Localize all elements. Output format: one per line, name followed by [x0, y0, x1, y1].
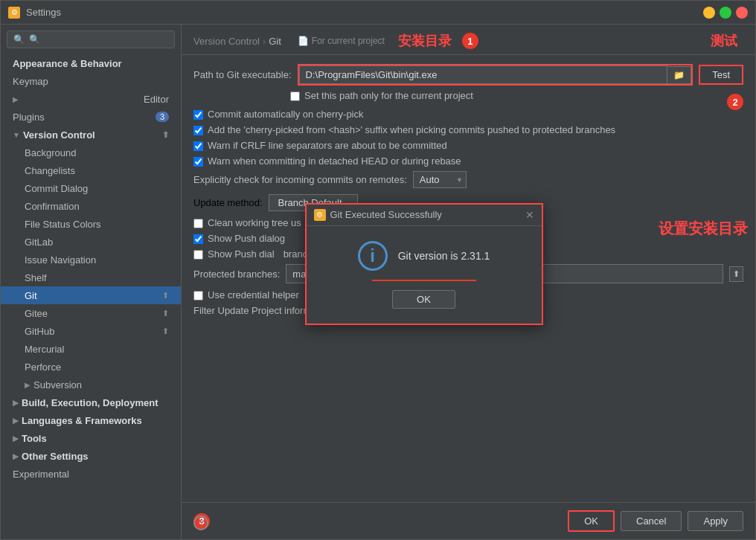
modal-close-button[interactable]: ✕: [525, 209, 534, 221]
sidebar-item-commit-dialog[interactable]: Commit Dialog: [1, 179, 181, 197]
path-label: Path to Git executable:: [193, 69, 292, 80]
path-browse-button[interactable]: 📁: [667, 66, 691, 84]
sidebar-item-tools[interactable]: ▶ Tools: [1, 429, 181, 447]
project-label-text: For current project: [312, 36, 385, 46]
sidebar-item-appearance[interactable]: Appearance & Behavior: [1, 54, 181, 72]
github-ext-icon: ⬆: [162, 327, 169, 336]
modal-title-text: Git Executed Successfully: [330, 209, 442, 220]
project-file-icon: 📄: [298, 36, 309, 46]
search-box[interactable]: 🔍: [7, 30, 175, 48]
git-success-modal[interactable]: ⚙ Git Executed Successfully ✕ i Git vers…: [305, 203, 543, 325]
ok-button[interactable]: OK: [568, 510, 615, 532]
maximize-button[interactable]: □: [720, 7, 731, 19]
clean-checkbox[interactable]: [193, 219, 203, 228]
set-path-label: Set this path only for the current proje…: [304, 90, 473, 101]
push-dialog-label: Show Push dial: [208, 248, 275, 260]
sidebar-item-issue-navigation[interactable]: Issue Navigation: [1, 251, 181, 269]
sidebar-item-plugins[interactable]: Plugins 3: [1, 108, 181, 126]
modal-ok-button[interactable]: OK: [392, 290, 455, 309]
panel-header: Version Control › Git 📄 For current proj…: [182, 25, 755, 55]
sidebar-item-gitlab[interactable]: GitLab: [1, 233, 181, 251]
sidebar-item-confirmation[interactable]: Confirmation: [1, 197, 181, 215]
autoupdate-checkbox[interactable]: [193, 234, 203, 244]
gitee-ext-icon: ⬆: [162, 309, 169, 318]
protected-expand-btn[interactable]: ⬆: [729, 266, 743, 282]
sidebar-item-keymap[interactable]: Keymap: [1, 72, 181, 90]
settings-window: ⚙ Settings − □ × 🔍 Appearance & Behavior…: [0, 0, 756, 540]
expand-arrow-other: ▶: [13, 452, 19, 460]
close-button[interactable]: ×: [736, 7, 748, 19]
incoming-label: Explicitly check for incoming commits on…: [193, 174, 407, 185]
incoming-row: Explicitly check for incoming commits on…: [193, 171, 743, 188]
autoupdate-label: Show Push dialog: [208, 233, 285, 244]
sidebar-item-perforce[interactable]: Perforce: [1, 358, 181, 376]
cherry-suffix-checkbox[interactable]: [193, 126, 203, 135]
help-button[interactable]: ?: [193, 515, 208, 530]
annotation-circle-1: 1: [462, 33, 478, 49]
modal-title-left: ⚙ Git Executed Successfully: [314, 209, 442, 221]
set-path-checkbox-row: Set this path only for the current proje…: [290, 90, 743, 101]
search-input[interactable]: [29, 34, 168, 45]
breadcrumb-parent: Version Control: [193, 36, 260, 47]
sidebar-item-git[interactable]: Git ⬆: [1, 286, 181, 304]
sidebar-item-build[interactable]: ▶ Build, Execution, Deployment: [1, 393, 181, 411]
modal-version-text: Git version is 2.31.1: [398, 250, 490, 262]
window-controls: − □ ×: [703, 7, 748, 19]
sidebar-item-experimental[interactable]: Experimental: [1, 465, 181, 483]
cherry-suffix-row: Add the 'cherry-picked from <hash>' suff…: [193, 124, 743, 135]
crlf-row: Warn if CRLF line separators are about t…: [193, 140, 743, 151]
expand-arrow-languages: ▶: [13, 417, 19, 425]
modal-title-bar: ⚙ Git Executed Successfully ✕: [307, 205, 542, 226]
sidebar-item-other-settings[interactable]: ▶ Other Settings: [1, 447, 181, 465]
info-icon: i: [358, 241, 388, 271]
minimize-button[interactable]: −: [703, 7, 715, 19]
expand-arrow-tools: ▶: [13, 434, 19, 443]
title-bar: ⚙ Settings − □ ×: [1, 1, 755, 25]
sidebar: 🔍 Appearance & Behavior Keymap ▶ Editor …: [1, 25, 182, 539]
breadcrumb-current: Git: [269, 36, 281, 47]
window-icon: ⚙: [8, 7, 20, 19]
plugins-badge: 3: [156, 112, 169, 122]
incoming-select[interactable]: Auto Never Always: [413, 171, 467, 188]
sidebar-item-version-control[interactable]: ▼ Version Control ⬆: [1, 126, 181, 144]
commit-cherry-pick-row: Commit automatically on cherry-pick: [193, 109, 743, 120]
sidebar-section: Appearance & Behavior Keymap ▶ Editor Pl…: [1, 54, 181, 483]
protected-label: Protected branches:: [193, 269, 280, 280]
sidebar-item-subversion[interactable]: ▶ Subversion: [1, 376, 181, 393]
sidebar-item-gitee[interactable]: Gitee ⬆: [1, 304, 181, 322]
breadcrumb-sep: ›: [263, 36, 266, 47]
modal-body: i Git version is 2.31.1 OK: [307, 226, 542, 324]
sidebar-item-shelf[interactable]: Shelf: [1, 269, 181, 286]
sidebar-item-background[interactable]: Background: [1, 144, 181, 161]
path-input-wrapper: 📁: [298, 64, 693, 86]
expand-arrow-build: ▶: [13, 399, 19, 407]
clean-label: Clean working tree us: [208, 217, 301, 228]
incoming-select-wrapper: Auto Never Always: [413, 171, 467, 188]
cherry-suffix-label: Add the 'cherry-picked from <hash>' suff…: [208, 124, 615, 135]
update-method-label: Update method:: [193, 197, 263, 208]
commit-cherry-pick-label: Commit automatically on cherry-pick: [208, 109, 364, 120]
sidebar-item-file-status-colors[interactable]: File Status Colors: [1, 215, 181, 233]
crlf-checkbox[interactable]: [193, 141, 203, 151]
detached-head-label: Warn when committing in detached HEAD or…: [208, 155, 461, 167]
apply-button[interactable]: Apply: [688, 511, 743, 531]
sidebar-item-changelists[interactable]: Changelists: [1, 161, 181, 179]
push-dialog-checkbox[interactable]: [193, 250, 203, 260]
path-row: Path to Git executable: 📁 Test: [193, 64, 743, 86]
main-panel: Version Control › Git 📄 For current proj…: [182, 25, 755, 539]
panel-body: Path to Git executable: 📁 Test 2 Set thi…: [182, 55, 755, 502]
sidebar-item-github[interactable]: GitHub ⬆: [1, 322, 181, 340]
sidebar-item-languages[interactable]: ▶ Languages & Frameworks: [1, 411, 181, 429]
set-path-checkbox[interactable]: [290, 91, 300, 101]
commit-cherry-pick-checkbox[interactable]: [193, 110, 203, 120]
modal-icon: ⚙: [314, 209, 326, 221]
path-input[interactable]: [299, 65, 668, 84]
sidebar-item-mercurial[interactable]: Mercurial: [1, 340, 181, 358]
expand-arrow-svn: ▶: [25, 381, 31, 389]
detached-head-checkbox[interactable]: [193, 157, 203, 167]
vc-ext-icon: ⬆: [162, 130, 169, 140]
test-button[interactable]: Test: [699, 65, 743, 85]
cancel-button[interactable]: Cancel: [621, 511, 682, 531]
sidebar-item-editor[interactable]: ▶ Editor: [1, 90, 181, 108]
credential-checkbox[interactable]: [193, 291, 203, 300]
